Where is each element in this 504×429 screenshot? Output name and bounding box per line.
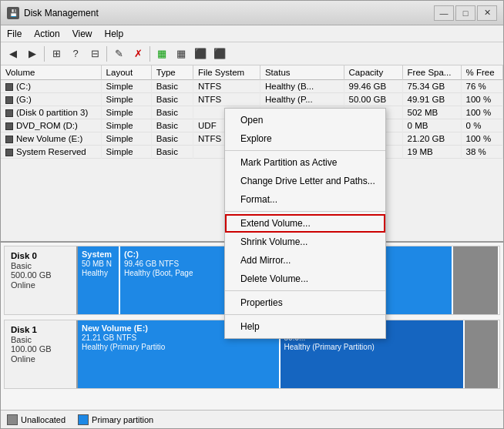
table-cell: 50.00 GB [344, 93, 402, 106]
table-cell: Healthy (B... [260, 80, 344, 93]
table-cell: NTFS [193, 80, 260, 93]
disk1-type: Basic [11, 335, 70, 344]
toolbar-action1[interactable]: ⊞ [47, 45, 66, 63]
table-cell: Simple [101, 106, 151, 119]
ctx-change-letter[interactable]: Change Drive Letter and Paths... [225, 172, 385, 190]
disk0-partition-unalloc[interactable] [453, 246, 499, 314]
table-cell: Basic [151, 80, 193, 93]
volume-icon [5, 122, 13, 130]
toolbar-view2[interactable]: ⬛ [210, 45, 229, 63]
close-button[interactable]: ✕ [477, 5, 497, 21]
table-cell: Basic [151, 119, 193, 132]
legend: Unallocated Primary partition [1, 410, 503, 428]
table-cell: 100 % [461, 106, 502, 119]
volume-icon [5, 83, 13, 91]
minimize-button[interactable]: — [434, 5, 454, 21]
ctx-properties[interactable]: Properties [225, 293, 385, 312]
toolbar-sep1 [44, 46, 45, 62]
table-cell: (G:) [1, 93, 101, 106]
disk0-sysres-size: 50 MB N [82, 260, 115, 268]
col-filesystem[interactable]: File System [193, 65, 260, 80]
title-controls: — □ ✕ [434, 5, 497, 21]
disk1-partition-unalloc[interactable] [465, 320, 499, 388]
legend-primary-label: Primary partition [92, 415, 153, 424]
table-row[interactable]: (G:)SimpleBasicNTFSHealthy (P...50.00 GB… [1, 93, 503, 106]
table-row[interactable]: (C:)SimpleBasicNTFSHealthy (B...99.46 GB… [1, 80, 503, 93]
toolbar-forward[interactable]: ▶ [23, 45, 42, 63]
table-cell: 0 % [461, 119, 502, 132]
ctx-sep4 [225, 314, 385, 315]
menu-help[interactable]: Help [99, 27, 130, 41]
legend-unallocated: Unallocated [7, 414, 66, 425]
col-status[interactable]: Status [260, 65, 344, 80]
table-cell: New Volume (E:) [1, 132, 101, 146]
toolbar-back[interactable]: ◀ [4, 45, 22, 63]
col-freespace[interactable]: Free Spa... [402, 65, 461, 80]
table-cell: Basic [151, 106, 193, 119]
toolbar-export[interactable]: ▦ [172, 45, 190, 63]
disk0-name: Disk 0 [11, 251, 70, 260]
maximize-button[interactable]: □ [455, 5, 475, 21]
ctx-help[interactable]: Help [225, 317, 385, 336]
table-cell: Simple [101, 119, 151, 132]
disk0-sysres-desc: Healthy [82, 269, 115, 277]
table-cell: 19 MB [402, 146, 461, 159]
ctx-mark-active[interactable]: Mark Partition as Active [225, 153, 385, 172]
table-cell: Healthy (P... [260, 93, 344, 106]
context-menu: Open Explore Mark Partition as Active Ch… [224, 108, 386, 339]
ctx-add-mirror[interactable]: Add Mirror... [225, 251, 385, 270]
table-cell: Simple [101, 132, 151, 146]
title-bar: 💾 Disk Management — □ ✕ [1, 1, 503, 25]
table-cell: 100 % [461, 132, 502, 146]
col-layout[interactable]: Layout [101, 65, 151, 80]
ctx-format[interactable]: Format... [225, 190, 385, 209]
disk0-size: 500.00 GB [11, 270, 70, 280]
toolbar-action2[interactable]: ⊟ [86, 45, 104, 63]
ctx-explore[interactable]: Explore [225, 129, 385, 148]
volume-icon [5, 96, 13, 104]
table-cell: Simple [101, 80, 151, 93]
legend-primary: Primary partition [78, 414, 153, 425]
table-cell: 21.20 GB [402, 132, 461, 146]
ctx-shrink[interactable]: Shrink Volume... [225, 233, 385, 251]
menu-action[interactable]: Action [28, 27, 66, 41]
toolbar-delete[interactable]: ✗ [129, 45, 147, 63]
disk1-newvol-desc: Healthy (Primary Partitio [82, 343, 275, 351]
menu-view[interactable]: View [66, 27, 99, 41]
col-type[interactable]: Type [151, 65, 193, 80]
col-freepct[interactable]: % Free [461, 65, 502, 80]
main-area: Volume Layout Type File System Status Ca… [1, 65, 503, 428]
ctx-delete[interactable]: Delete Volume... [225, 270, 385, 288]
disk0-type: Basic [11, 261, 70, 270]
legend-primary-box [78, 414, 89, 425]
disk0-sysres-name: System [82, 250, 115, 259]
disk1-info: Disk 1 Basic 100.00 GB Online [5, 320, 78, 388]
disk0-info: Disk 0 Basic 500.00 GB Online [5, 246, 78, 314]
table-cell: 502 MB [402, 106, 461, 119]
legend-unalloc-label: Unallocated [21, 415, 66, 424]
col-capacity[interactable]: Capacity [344, 65, 402, 80]
ctx-open[interactable]: Open [225, 111, 385, 129]
table-cell: Simple [101, 93, 151, 106]
toolbar-view1[interactable]: ⬛ [191, 45, 210, 63]
volume-icon [5, 149, 13, 156]
table-cell: 99.46 GB [344, 80, 402, 93]
menu-bar: File Action View Help [1, 25, 503, 42]
toolbar-edit[interactable]: ✎ [109, 45, 128, 63]
volume-icon [5, 136, 13, 143]
ctx-extend[interactable]: Extend Volume... [225, 214, 385, 233]
disk1-name: Disk 1 [11, 325, 70, 334]
menu-file[interactable]: File [1, 27, 28, 41]
table-cell: System Reserved [1, 146, 101, 159]
disk0-partition-sysres[interactable]: System 50 MB N Healthy [78, 246, 120, 314]
table-cell: 100 % [461, 93, 502, 106]
disk1-g-desc: Healthy (Primary Partition) [284, 343, 459, 351]
table-cell: DVD_ROM (D:) [1, 119, 101, 132]
ctx-sep3 [225, 290, 385, 291]
volume-icon [5, 109, 13, 117]
toolbar-help[interactable]: ? [66, 45, 85, 63]
table-cell: Basic [151, 132, 193, 146]
col-volume[interactable]: Volume [1, 65, 101, 80]
ctx-sep1 [225, 150, 385, 151]
toolbar-import[interactable]: ▦ [153, 45, 171, 63]
